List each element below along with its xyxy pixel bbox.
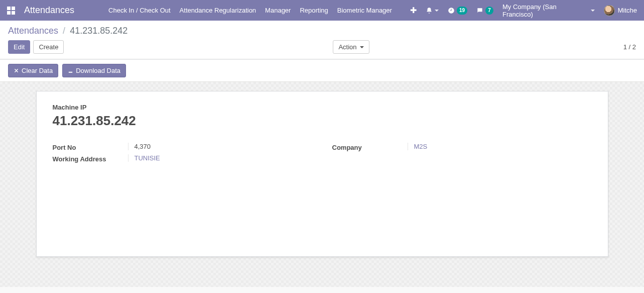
brand-title[interactable]: Attendances bbox=[24, 5, 74, 16]
download-data-button[interactable]: Download Data bbox=[62, 64, 126, 77]
working-address-value[interactable]: TUNISIE bbox=[135, 154, 160, 162]
breadcrumb: Attendances / 41.231.85.242 bbox=[8, 26, 636, 36]
form-right-column: Company M2S bbox=[332, 143, 592, 166]
chat-icon bbox=[476, 7, 483, 14]
download-data-label: Download Data bbox=[76, 67, 120, 74]
apps-icon[interactable] bbox=[7, 7, 15, 15]
chevron-down-icon bbox=[360, 46, 364, 48]
new-icon[interactable]: ✚ bbox=[410, 7, 417, 15]
messages-icon[interactable]: 7 bbox=[476, 7, 493, 15]
plus-icon: ✚ bbox=[410, 7, 417, 15]
pager[interactable]: 1 / 2 bbox=[623, 43, 636, 51]
notifications-icon[interactable] bbox=[426, 7, 439, 14]
activities-icon[interactable]: 19 bbox=[448, 7, 467, 15]
clear-data-button[interactable]: Clear Data bbox=[8, 64, 58, 77]
nav-attendance-regularization[interactable]: Attendance Regularization bbox=[180, 7, 256, 14]
company-value[interactable]: M2S bbox=[414, 143, 428, 150]
company-name: My Company (San Francisco) bbox=[502, 3, 589, 18]
machine-ip-value: 41.231.85.242 bbox=[53, 113, 592, 129]
avatar bbox=[604, 5, 615, 16]
clock-icon bbox=[448, 7, 455, 14]
form-sheet: Machine IP 41.231.85.242 Port No 4,370 W… bbox=[36, 91, 608, 257]
form-view-background: Machine IP 41.231.85.242 Port No 4,370 W… bbox=[0, 82, 644, 287]
form-left-column: Port No 4,370 Working Address TUNISIE bbox=[53, 143, 312, 166]
chevron-down-icon bbox=[591, 10, 595, 12]
machine-ip-label: Machine IP bbox=[53, 104, 592, 111]
navbar: Attendances Check In / Check Out Attenda… bbox=[0, 0, 644, 21]
edit-button[interactable]: Edit bbox=[8, 40, 30, 54]
breadcrumb-separator: / bbox=[63, 26, 65, 36]
clear-data-label: Clear Data bbox=[22, 67, 53, 74]
company-switcher[interactable]: My Company (San Francisco) bbox=[502, 3, 595, 18]
company-label: Company bbox=[332, 143, 408, 151]
breadcrumb-parent[interactable]: Attendances bbox=[8, 26, 58, 36]
bell-icon bbox=[426, 7, 433, 14]
nav-biometric-manager[interactable]: Biometric Manager bbox=[337, 7, 392, 14]
port-no-value: 4,370 bbox=[128, 143, 312, 150]
status-bar: Clear Data Download Data bbox=[0, 59, 644, 82]
action-dropdown[interactable]: Action bbox=[333, 40, 369, 54]
working-address-label: Working Address bbox=[53, 154, 128, 163]
username: Mitche bbox=[618, 7, 637, 14]
create-button[interactable]: Create bbox=[33, 40, 64, 54]
port-no-label: Port No bbox=[53, 143, 128, 151]
record-title-block: Machine IP 41.231.85.242 bbox=[53, 104, 592, 129]
download-icon bbox=[68, 68, 73, 73]
close-icon bbox=[14, 68, 19, 73]
nav-checkin-checkout[interactable]: Check In / Check Out bbox=[108, 7, 171, 14]
breadcrumb-current: 41.231.85.242 bbox=[70, 26, 127, 36]
chevron-down-icon bbox=[435, 10, 439, 12]
nav-manager[interactable]: Manager bbox=[265, 7, 291, 14]
action-label: Action bbox=[338, 43, 356, 51]
activity-badge: 19 bbox=[457, 7, 467, 15]
nav-reporting[interactable]: Reporting bbox=[300, 7, 328, 14]
user-menu[interactable]: Mitche bbox=[604, 5, 637, 16]
control-panel: Attendances / 41.231.85.242 Edit Create … bbox=[0, 21, 644, 59]
message-badge: 7 bbox=[485, 7, 493, 15]
